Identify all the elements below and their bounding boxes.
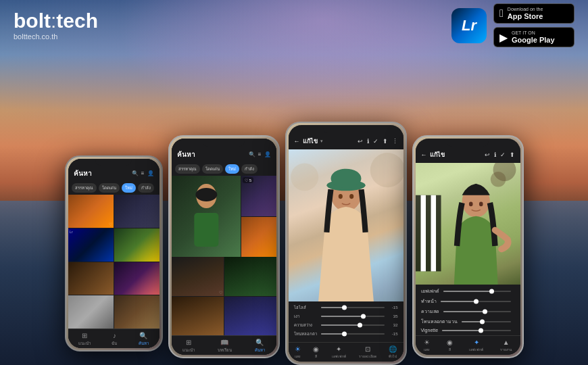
tool-effects[interactable]: ✦ เอฟเฟกต์: [332, 345, 346, 359]
appstore-badge[interactable]:  Download on the App Store: [493, 3, 574, 24]
googleplay-badge[interactable]: ▶ GET IT ON Google Play: [493, 27, 574, 47]
panel-row-4: โทนหลอกตามวน: [421, 318, 515, 325]
slider-1-thumb[interactable]: [342, 306, 347, 310]
panel-thumb-4[interactable]: [480, 319, 485, 324]
google-play-icon: ▶: [499, 31, 508, 44]
panel-thumb-2[interactable]: [474, 299, 479, 303]
slider-3-track[interactable]: [321, 324, 385, 326]
cat-2[interactable]: โดดเด่น: [99, 183, 120, 193]
p2-tab-3[interactable]: 🔍 ค้นหา: [255, 339, 265, 354]
p4-tool-4[interactable]: ▲ รายงาน: [500, 339, 512, 352]
panel-fill-5: [442, 330, 480, 331]
effects-icon: ✦: [336, 345, 341, 353]
panel-row-2: ทำหน้า: [421, 297, 515, 305]
panel-slider-2[interactable]: [441, 301, 511, 302]
tab-label-3: ค้นหา: [139, 340, 149, 347]
p4-topbar-left: ← แก้ไข: [421, 150, 445, 160]
color-icon: ◉: [313, 345, 319, 353]
slider-highlights: ไฮไลส์ -15: [294, 304, 398, 311]
panel-fill-2: [441, 301, 476, 302]
cat-3-active[interactable]: ใหม่: [122, 183, 136, 193]
tool-light[interactable]: ☀ แสง: [295, 345, 301, 359]
svg-point-11: [490, 172, 506, 187]
sun-icon: ☀: [295, 345, 301, 353]
p2-tab-2[interactable]: 📖 บทเรียน: [218, 339, 232, 354]
slider-2-track[interactable]: [321, 316, 385, 317]
phone-4: ← แก้ไข ↩ ℹ ✓ ⬆: [412, 135, 524, 358]
slider-tone: โทนหลอกตา -15: [294, 331, 398, 337]
tool-global[interactable]: 🌐 ทั่วไป: [389, 345, 397, 359]
search-icon-2[interactable]: 🔍: [249, 151, 255, 157]
back-icon[interactable]: ←: [294, 138, 300, 145]
featured-side: ♡ 5: [241, 176, 276, 257]
heart-2: ♡: [219, 290, 222, 295]
portrait-svg: [289, 149, 403, 301]
phone-3-topbar: ← แก้ไข ▾ ↩ ℹ ✓ ⬆ ⋮: [289, 133, 403, 149]
p2-tab-1[interactable]: ⊞ แนะนำ: [182, 339, 195, 354]
panel-thumb-5[interactable]: [479, 328, 483, 333]
googleplay-big-text: Google Play: [512, 36, 555, 44]
p4-tool-2[interactable]: ◉ สี: [447, 339, 453, 352]
phone-3-tools: ☀ แสง ◉ สี ✦ เอฟเฟกต์ ⊡ รายละเอียด: [289, 342, 403, 362]
panel-slider-3[interactable]: [443, 311, 511, 312]
panel-slider-5[interactable]: [442, 330, 510, 331]
filter-icon-2[interactable]: ≡: [258, 151, 262, 157]
slider-shadows: เงา 35: [294, 313, 398, 320]
search-icon[interactable]: 🔍: [132, 170, 139, 176]
tab-search-active[interactable]: 🔍 ค้นหา: [139, 332, 149, 347]
filter-icon[interactable]: ≡: [141, 170, 145, 176]
panel-slider-1[interactable]: [443, 291, 511, 292]
slider-4-thumb[interactable]: [342, 332, 347, 337]
p4-share-icon[interactable]: ⬆: [510, 151, 515, 158]
tool-color[interactable]: ◉ สี: [313, 345, 319, 359]
p4-undo-icon[interactable]: ↩: [485, 151, 490, 158]
svg-point-16: [468, 202, 472, 207]
grid-cell-5: [68, 262, 114, 295]
info-icon[interactable]: ℹ: [367, 138, 369, 145]
panel-slider-4[interactable]: [462, 321, 511, 322]
p4-check-icon[interactable]: ✓: [500, 151, 506, 158]
undo-icon[interactable]: ↩: [358, 138, 363, 145]
share-icon[interactable]: ⬆: [383, 138, 388, 145]
p2-cat-4[interactable]: กำลัง: [241, 164, 258, 174]
phone-3-edit: ← แก้ไข ▾ ↩ ℹ ✓ ⬆ ⋮: [289, 125, 403, 362]
p2-cat-3[interactable]: ใหม่: [225, 164, 239, 174]
p4-tool-1[interactable]: ☀ แสง: [424, 339, 430, 352]
slider-3-thumb[interactable]: [358, 323, 362, 328]
cat-4[interactable]: กำลัง: [138, 183, 154, 193]
phone-3-screen: ← แก้ไข ▾ ↩ ℹ ✓ ⬆ ⋮: [289, 125, 403, 362]
globe-icon: 🌐: [389, 345, 397, 353]
p4-back-icon[interactable]: ←: [421, 151, 427, 158]
tab-me[interactable]: ♪ ฉัน: [112, 332, 117, 347]
phone-4-topbar: ← แก้ไข ↩ ℹ ✓ ⬆: [416, 147, 520, 163]
phone-1-grid: ♡ Lr: [68, 195, 160, 328]
phone-2: ค้นหา 🔍 ≡ 👤 สรรหาคุณ โดดเด่น ใหม่ กำลัง: [168, 135, 280, 358]
slider-4-track[interactable]: [321, 333, 385, 335]
slider-2-thumb[interactable]: [361, 314, 366, 319]
p4-triangle-icon: ▲: [503, 339, 510, 346]
p4-tool-label-3: เอฟเฟกต์: [469, 347, 483, 352]
p2-cat-1[interactable]: สรรหาคุณ: [175, 164, 200, 174]
dropdown-arrow[interactable]: ▾: [320, 139, 323, 144]
panel-thumb-3[interactable]: [483, 309, 487, 314]
slider-1-track[interactable]: [321, 307, 385, 308]
more-icon[interactable]: ⋮: [392, 138, 398, 145]
panel-thumb-1[interactable]: [489, 289, 494, 293]
phone-2-grid: ♡: [172, 257, 276, 335]
profile-icon[interactable]: 👤: [147, 170, 154, 176]
tool-label-1: แสง: [295, 354, 300, 359]
profile-icon-2[interactable]: 👤: [264, 151, 271, 157]
phone-3-edit-icons: ↩ ℹ ✓ ⬆ ⋮: [358, 138, 398, 145]
p2-cat-2[interactable]: โดดเด่น: [202, 164, 223, 174]
p4-tool-3[interactable]: ✦ เอฟเฟกต์: [469, 339, 483, 352]
p4-info-icon[interactable]: ℹ: [494, 151, 496, 158]
p2-tab-label-1: แนะนำ: [182, 347, 195, 354]
check-icon[interactable]: ✓: [373, 138, 378, 145]
app-badges-stack:  Download on the App Store ▶ GET IT ON …: [493, 3, 574, 47]
brand-website: bolttech.co.th: [14, 32, 98, 41]
tab-recommend[interactable]: ⊞ แนะนำ: [78, 332, 91, 347]
girl-figure-svg: [172, 176, 241, 257]
side-photo-1: ♡ 5: [241, 176, 276, 216]
cat-1[interactable]: สรรหาคุณ: [72, 183, 97, 193]
tool-detail[interactable]: ⊡ รายละเอียด: [359, 345, 376, 359]
